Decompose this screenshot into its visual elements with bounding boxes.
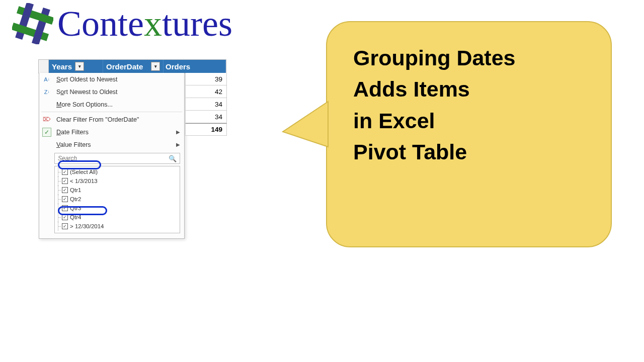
callout-line: Adds Items xyxy=(353,73,591,105)
filter-search-box[interactable]: 🔍 xyxy=(54,153,180,164)
callout-body: Grouping Dates Adds Items in Excel Pivot… xyxy=(326,21,612,247)
value-cell: 39 xyxy=(185,73,227,85)
date-filters-label: Date Filters xyxy=(56,129,172,136)
search-input[interactable] xyxy=(55,155,166,162)
excel-pivot-screenshot: Years ▾ OrderDate ▾ Orders A↓ Sort Oldes… xyxy=(38,59,226,73)
callout-line: Grouping Dates xyxy=(353,42,591,73)
filter-dropdown-icon[interactable]: ▾ xyxy=(151,62,160,71)
tree-item-qtr4[interactable]: ✓ Qtr4 xyxy=(55,213,180,222)
pivot-header-row: Years ▾ OrderDate ▾ Orders xyxy=(39,60,226,73)
logo-text: Contextures xyxy=(57,6,232,42)
checkbox-icon[interactable]: ✓ xyxy=(62,205,68,211)
header-orderdate-label: OrderDate xyxy=(106,62,143,71)
clear-filter-label: Clear Filter From "OrderDate" xyxy=(56,116,180,123)
submenu-arrow-icon: ▶ xyxy=(176,142,180,147)
sort-asc-icon: A↓ xyxy=(41,74,52,84)
value-cell: 42 xyxy=(185,85,227,98)
tree-item-qtr1[interactable]: ✓ Qtr1 xyxy=(55,186,180,195)
title-callout: Grouping Dates Adds Items in Excel Pivot… xyxy=(326,21,612,247)
checkbox-icon[interactable]: ✓ xyxy=(62,223,68,229)
submenu-arrow-icon: ▶ xyxy=(176,129,180,135)
callout-line: Pivot Table xyxy=(353,136,591,167)
sort-desc-label: Sort Newest to Oldest xyxy=(56,88,180,96)
header-years-label: Years xyxy=(52,62,72,71)
checkbox-icon[interactable]: ✓ xyxy=(62,187,68,193)
value-filters[interactable]: Value Filters ▶ xyxy=(39,138,184,151)
sort-asc-label: Sort Oldest to Newest xyxy=(56,76,180,83)
sort-descending[interactable]: Z↓ Sort Newest to Oldest xyxy=(39,85,184,98)
tree-item-before[interactable]: ✓ < 1/3/2013 xyxy=(55,176,180,186)
tree-item-qtr3[interactable]: ✓ Qtr3 xyxy=(55,204,180,213)
value-filters-label: Value Filters xyxy=(56,141,172,148)
more-sort-label: More Sort Options... xyxy=(56,101,180,108)
header-orders-label: Orders xyxy=(166,62,190,71)
checkbox-icon[interactable]: ✓ xyxy=(62,196,68,202)
filter-dropdown-icon[interactable]: ▾ xyxy=(75,62,84,71)
header-years[interactable]: Years ▾ xyxy=(49,60,103,73)
header-corner xyxy=(39,60,49,73)
checkbox-icon[interactable]: ✓ xyxy=(62,178,68,184)
clear-filter[interactable]: ⌦ Clear Filter From "OrderDate" xyxy=(39,113,184,126)
sort-desc-icon: Z↓ xyxy=(41,87,52,97)
more-sort-options[interactable]: More Sort Options... xyxy=(39,98,184,111)
contextures-logo-icon xyxy=(12,3,53,44)
menu-separator xyxy=(41,112,182,112)
value-cell: 34 xyxy=(185,111,227,123)
header-orderdate[interactable]: OrderDate ▾ xyxy=(103,60,164,73)
clear-filter-icon: ⌦ xyxy=(41,115,52,125)
orders-values-column: 39 42 34 34 149 xyxy=(185,73,227,136)
header-orders: Orders xyxy=(164,60,226,73)
tree-item-select-all[interactable]: ✓ (Select All) xyxy=(55,167,180,176)
value-cell: 34 xyxy=(185,98,227,111)
tree-item-after[interactable]: ✓ > 12/30/2014 xyxy=(55,222,180,231)
tree-item-qtr2[interactable]: ✓ Qtr2 xyxy=(55,195,180,204)
sort-ascending[interactable]: A↓ Sort Oldest to Newest xyxy=(39,73,184,85)
filter-values-tree: ✓ (Select All) ✓ < 1/3/2013 ✓ Qtr1 ✓ Qtr… xyxy=(54,166,180,233)
filter-dropdown-menu: A↓ Sort Oldest to Newest Z↓ Sort Newest … xyxy=(39,73,185,239)
total-cell: 149 xyxy=(185,123,227,136)
search-icon[interactable]: 🔍 xyxy=(166,155,180,162)
checkbox-icon[interactable]: ✓ xyxy=(62,169,68,175)
callout-line: in Excel xyxy=(353,105,591,136)
callout-tail-icon xyxy=(278,92,348,172)
checkmark-icon: ✓ xyxy=(42,128,51,137)
logo: Contextures xyxy=(12,3,232,44)
checkbox-icon[interactable]: ✓ xyxy=(62,214,68,220)
date-filters[interactable]: ✓ Date Filters ▶ xyxy=(39,126,184,138)
